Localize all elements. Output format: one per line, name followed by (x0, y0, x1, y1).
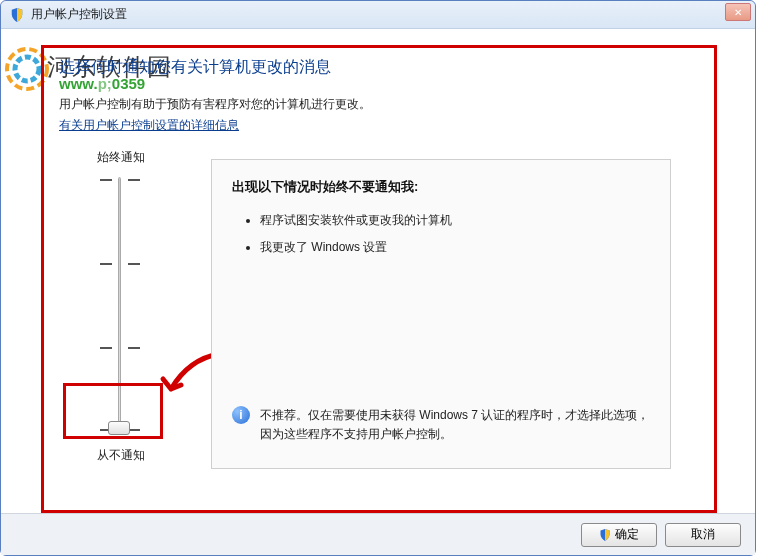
description-panel: 出现以下情况时始终不要通知我: 程序试图安装软件或更改我的计算机 我更改了 Wi… (211, 159, 671, 469)
slider-label-always: 始终通知 (71, 149, 171, 166)
slider-thumb[interactable] (108, 421, 130, 435)
recommendation-text: 不推荐。仅在需要使用未获得 Windows 7 认证的程序时，才选择此选项，因为… (260, 406, 650, 444)
cancel-button[interactable]: 取消 (665, 523, 741, 547)
panel-bullets: 程序试图安装软件或更改我的计算机 我更改了 Windows 设置 (260, 212, 650, 256)
titlebar[interactable]: 用户帐户控制设置 ✕ (1, 1, 755, 29)
ok-button-label: 确定 (615, 526, 639, 543)
svg-point-0 (7, 49, 47, 89)
main-content: 选择何时通知您有关计算机更改的消息 用户帐户控制有助于预防有害程序对您的计算机进… (59, 57, 699, 134)
uac-settings-window: 用户帐户控制设置 ✕ 河东软件园 www.p;0359 选择何时通知您有关计算机… (0, 0, 756, 556)
recommendation-box: i 不推荐。仅在需要使用未获得 Windows 7 认证的程序时，才选择此选项，… (232, 406, 650, 444)
panel-heading: 出现以下情况时始终不要通知我: (232, 178, 650, 196)
ok-button[interactable]: 确定 (581, 523, 657, 547)
bullet-item: 程序试图安装软件或更改我的计算机 (260, 212, 650, 229)
cancel-button-label: 取消 (691, 526, 715, 543)
shield-icon (9, 7, 25, 23)
window-title: 用户帐户控制设置 (31, 6, 127, 23)
button-bar: 确定 取消 (1, 513, 755, 555)
slider-label-never: 从不通知 (71, 447, 171, 464)
content-area: 河东软件园 www.p;0359 选择何时通知您有关计算机更改的消息 用户帐户控… (1, 29, 755, 555)
close-button[interactable]: ✕ (725, 3, 751, 21)
info-icon: i (232, 406, 250, 424)
window-controls: ✕ (725, 3, 751, 21)
page-subtext: 用户帐户控制有助于预防有害程序对您的计算机进行更改。 (59, 96, 699, 113)
shield-icon (599, 529, 611, 541)
watermark-logo-icon (5, 47, 49, 91)
page-heading: 选择何时通知您有关计算机更改的消息 (59, 57, 699, 78)
svg-point-1 (15, 57, 39, 81)
slider-track[interactable] (105, 173, 133, 437)
notification-slider-area: 始终通知 从不通知 (81, 149, 191, 479)
more-info-link[interactable]: 有关用户帐户控制设置的详细信息 (59, 118, 239, 132)
bullet-item: 我更改了 Windows 设置 (260, 239, 650, 256)
